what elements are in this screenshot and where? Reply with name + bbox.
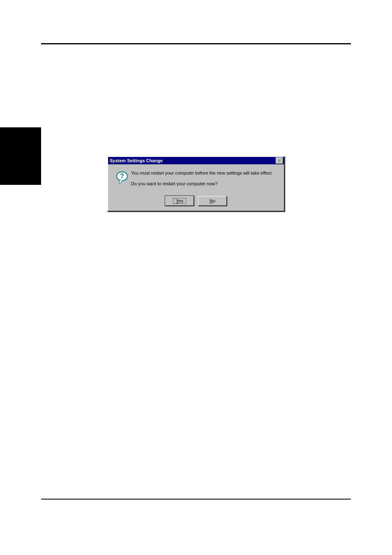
close-button[interactable]: ✕ xyxy=(276,157,283,164)
yes-button-label: Yes xyxy=(173,198,186,204)
dialog-message-column: You must restart your computer before th… xyxy=(131,170,279,192)
system-settings-change-dialog: System Settings Change ✕ ? You must rest… xyxy=(107,156,285,212)
dialog-title: System Settings Change xyxy=(110,158,163,163)
dialog-icon-column: ? xyxy=(113,170,131,184)
page-divider-bottom xyxy=(41,499,351,500)
svg-text:?: ? xyxy=(120,173,124,180)
dialog-button-row: Yes No xyxy=(108,196,284,211)
side-tab xyxy=(0,127,41,185)
no-button[interactable]: No xyxy=(198,196,227,206)
close-icon: ✕ xyxy=(278,159,281,163)
question-icon: ? xyxy=(115,171,129,184)
dialog-titlebar: System Settings Change ✕ xyxy=(108,157,284,164)
dialog-message-line2: Do you want to restart your computer now… xyxy=(131,181,279,187)
dialog-message-line1: You must restart your computer before th… xyxy=(131,170,279,176)
yes-button[interactable]: Yes xyxy=(165,196,194,206)
dialog-body: ? You must restart your computer before … xyxy=(108,164,284,196)
no-button-label: No xyxy=(210,198,215,203)
page-divider-top xyxy=(41,43,351,44)
